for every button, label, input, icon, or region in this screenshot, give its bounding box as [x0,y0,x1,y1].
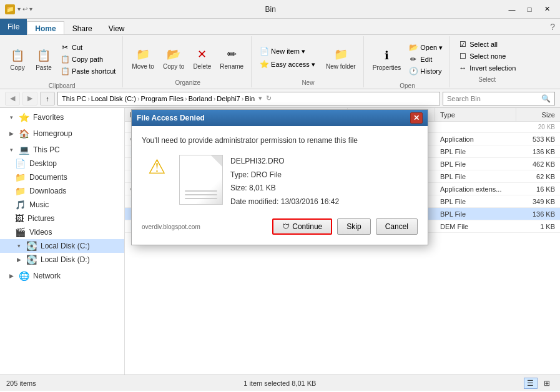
sidebar-item-downloads[interactable]: 📁 Downloads [0,184,124,198]
breadcrumb-dropdown[interactable]: ▾ [258,94,262,102]
breadcrumb-borland: Borland [189,95,212,102]
sidebar-item-localdiskc[interactable]: ▾ 💽 Local Disk (C:) [0,239,124,253]
network-icon: 🌐 [19,271,29,281]
history-label: History [420,67,441,75]
history-button[interactable]: 🕐 History [406,66,446,77]
cut-icon: ✂ [61,43,69,52]
help-icon[interactable]: ? [550,22,555,32]
sidebar-item-desktop[interactable]: 📄 Desktop [0,157,124,170]
open-button[interactable]: 📂 Open ▾ [406,42,446,53]
close-button[interactable]: ✕ [539,3,555,16]
ribbon-group-new: 📄 New item ▾ ⭐ Easy access ▾ 📁 New folde… [253,36,364,87]
search-box[interactable]: 🔍 [443,92,555,105]
new-folder-icon: 📁 [332,46,350,63]
forward-button[interactable]: ▶ [22,92,37,105]
file-details-type: Type: DRO File [230,169,339,182]
open-label: Open ▾ [420,44,443,52]
cut-button[interactable]: ✂ Cut [57,42,119,53]
invert-selection-button[interactable]: ↔ Invert selection [455,62,519,74]
file-size: 1 KB [516,223,560,230]
cancel-button[interactable]: Cancel [376,218,418,235]
downloads-label: Downloads [29,187,66,195]
maximize-button[interactable]: □ [521,3,538,16]
dialog-file-info: ⚠ DELPHI32.DRO Type: DRO File Size: 8,01… [142,155,418,208]
paste-shortcut-button[interactable]: 📋 Paste shortcut [57,66,119,77]
expand-homegroup-icon: ▶ [7,130,15,137]
copy-button[interactable]: 📋 Copy [5,41,30,77]
paste-button[interactable]: 📋 Paste [31,41,56,77]
title-controls: — □ ✕ [504,3,555,16]
sidebar-section-homegroup: ▶ 🏠 Homegroup [0,127,124,140]
sidebar-item-homegroup[interactable]: ▶ 🏠 Homegroup [0,127,124,140]
refresh-button[interactable]: ↻ [266,94,272,102]
tab-share[interactable]: Share [64,21,101,34]
move-to-button[interactable]: 📁 Move to [128,40,158,76]
sidebar-item-pictures[interactable]: 🖼 Pictures [0,212,124,225]
col-header-size[interactable]: Size [516,108,560,121]
copy-to-icon: 📂 [165,46,182,63]
select-none-icon: ☐ [458,52,467,61]
file-details-size: Size: 8,01 KB [230,182,339,195]
ribbon-content: 📋 Copy 📋 Paste ✂ Cut 📋 C [0,35,560,89]
new-item-button[interactable]: 📄 New item ▾ [257,46,318,57]
sidebar-item-network[interactable]: ▶ 🌐 Network [0,269,124,283]
expand-favorites-icon: ▾ [7,114,15,121]
tab-home[interactable]: Home [27,21,64,34]
sidebar-item-videos[interactable]: 🎬 Videos [0,225,124,239]
file-details-date: Date modified: 13/03/2016 16:42 [230,195,339,209]
properties-button[interactable]: ℹ Properties [369,41,405,77]
search-input[interactable] [447,95,541,102]
music-label: Music [29,200,49,209]
select-all-button[interactable]: ☑ Select all [455,39,519,50]
sidebar-item-thispc[interactable]: ▾ 💻 This PC [0,143,124,157]
title-bar: 📁 ▾ ↩ ▾ Bin — □ ✕ [0,0,560,19]
breadcrumb-sep1: › [87,95,90,102]
dialog-close-button[interactable]: ✕ [410,112,423,124]
tab-view[interactable]: View [101,21,133,34]
cut-label: Cut [72,44,82,51]
select-none-button[interactable]: ☐ Select none [455,51,519,62]
edit-label: Edit [420,56,432,63]
breadcrumb[interactable]: This PC › Local Disk (C:) › Program File… [57,92,440,105]
sidebar-item-documents[interactable]: 📁 Documents [0,170,124,184]
skip-button[interactable]: Skip [337,218,370,235]
rename-button[interactable]: ✏ Rename [216,40,247,76]
open-group-label: Open [400,82,415,89]
back-button[interactable]: ◀ [5,92,20,105]
dialog-message: You'll need to provide administrator per… [142,136,418,145]
col-header-type[interactable]: Type [435,108,516,121]
file-type: BPL File [435,173,516,180]
properties-icon: ℹ [378,47,396,64]
quick-access-icons: ▾ ↩ ▾ [17,6,32,12]
sidebar-item-music[interactable]: 🎵 Music [0,198,124,212]
select-none-label: Select none [469,52,506,60]
open-icon: 📂 [409,43,418,52]
sidebar-item-favorites[interactable]: ▾ ⭐ Favorites [0,110,124,124]
edit-button[interactable]: ✏ Edit [406,54,446,65]
search-icon: 🔍 [541,94,551,103]
copy-path-button[interactable]: 📋 Copy path [57,54,119,65]
new-folder-button[interactable]: 📁 New folder [322,40,360,76]
localdiskc-label: Local Disk (C:) [41,242,90,250]
view-large-button[interactable]: ⊞ [540,378,554,389]
easy-access-icon: ⭐ [260,60,268,69]
copy-to-button[interactable]: 📂 Copy to [159,40,188,76]
thispc-label: This PC [33,145,60,154]
dialog-buttons: 🛡Continue Skip Cancel [272,218,418,235]
breadcrumb-bin: Bin [245,95,255,102]
homegroup-label: Homegroup [33,129,72,138]
continue-button[interactable]: 🛡Continue [272,218,332,235]
sidebar-item-localdiskd[interactable]: ▶ 💽 Local Disk (D:) [0,253,124,267]
thumb-line [185,190,217,192]
breadcrumb-thispc: This PC [62,95,86,102]
delete-button[interactable]: ✕ Delete [189,40,215,76]
view-details-button[interactable]: ☰ [524,378,538,389]
minimize-button[interactable]: — [504,3,520,16]
copy-to-label: Copy to [163,63,184,71]
new-item-label: New item ▾ [271,47,305,56]
new-folder-label: New folder [326,63,356,71]
up-button[interactable]: ↑ [40,92,55,105]
easy-access-button[interactable]: ⭐ Easy access ▾ [257,59,318,70]
tab-file[interactable]: File [0,19,27,35]
window-title: Bin [37,5,504,14]
